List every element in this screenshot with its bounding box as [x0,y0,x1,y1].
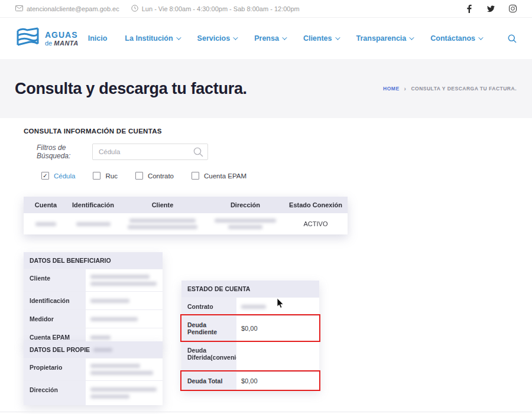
filter-contrato[interactable]: Contrato [135,172,174,180]
breadcrumb-home-link[interactable]: HOME [383,86,400,92]
redacted-value [241,305,266,309]
search-row: Filtros de Búsqueda: [37,144,208,160]
redacted-value [90,299,129,303]
row-label: Contrato [181,298,236,315]
panel-row-contrato: Contrato [181,297,319,315]
redacted-value [90,317,138,321]
breadcrumb: HOME › CONSULTA Y DESCARGA TU FACTURA. [383,86,517,92]
checkbox-checked-icon[interactable] [41,172,49,180]
contact-email-text: atencionalcliente@epam.gob.ec [27,5,119,12]
filter-cedula[interactable]: Cédula [41,172,75,180]
nav-item-prensa[interactable]: Prensa [254,34,286,43]
logo-text: AGUAS de MANTA [45,31,79,47]
opening-hours-text: Lun - Vie 8:00am - 4:30:00pm - Sab 8:00a… [142,5,300,12]
redacted-value [228,225,262,229]
page-title: Consulta y descarga tu factura. [15,80,247,98]
redacted-value [90,364,140,368]
nav-search-icon[interactable] [508,34,517,43]
table-row: ACTIVO [24,213,348,234]
filter-label: Cédula [54,172,75,180]
footer-divider [0,412,532,412]
mouse-cursor-icon [277,298,284,311]
chevron-down-icon [478,35,483,40]
results-table-header: Cuenta Identificación Cliente Dirección … [24,197,348,213]
deuda-diferida-value [236,341,319,371]
envelope-icon [15,5,23,12]
panel-row-cliente: Cliente [24,269,163,291]
panel-row-identificacion: Identificación [24,291,163,309]
twitter-icon[interactable] [487,5,495,12]
search-input[interactable] [92,144,208,160]
panel-row-direccion: Dirección [24,380,163,405]
social-links [465,5,517,12]
row-label: Identificación [24,292,86,309]
redacted-value [90,387,157,392]
row-label: Dirección [24,381,86,405]
nav-item-label: La Institución [125,34,173,43]
results-table: Cuenta Identificación Cliente Dirección … [24,197,348,234]
checkbox-icon[interactable] [93,172,100,180]
page-header: Consulta y descarga tu factura. HOME › C… [0,59,532,118]
filter-checkboxes: Cédula Ruc Contrato Cuenta EPAM [41,172,246,180]
redacted-value [90,282,157,286]
nav-item-label: Inicio [88,34,108,43]
section-title: CONSULTA INFORMACIÓN DE CUENTAS [24,128,162,135]
col-header-estado: Estado Conexión [284,201,348,208]
nav-item-la-institucion[interactable]: La Institución [125,34,179,43]
redacted-value [90,395,129,399]
main-menu: Inicio La Institución Servicios Prensa C… [88,34,517,43]
filter-ruc[interactable]: Ruc [93,172,117,180]
chevron-down-icon [176,35,181,40]
chevron-down-icon [282,35,287,40]
panel-row-deuda-diferida: Deuda Diferida(convenio) [181,341,319,371]
nav-item-servicios[interactable]: Servicios [197,34,237,43]
checkbox-icon[interactable] [192,172,199,180]
panel-row-deuda-pendiente: Deuda Pendiente $0,00 [181,315,319,341]
panel-row-deuda-total: Deuda Total $0,00 [181,371,319,390]
propietario-panel-title: DATOS DEL PROPIE [24,341,163,358]
topbar: atencionalcliente@epam.gob.ec Lun - Vie … [0,0,532,18]
redacted-value [93,348,112,352]
filter-label: Contrato [148,172,174,180]
search-icon[interactable] [193,147,203,159]
redacted-value [128,225,197,229]
redacted-value [215,219,276,223]
filter-cuenta-epam[interactable]: Cuenta EPAM [192,172,246,180]
nav-item-clientes[interactable]: Clientes [303,34,339,43]
checkbox-icon[interactable] [135,172,143,180]
nav-item-label: Servicios [197,34,231,43]
opening-hours: Lun - Vie 8:00am - 4:30:00pm - Sab 8:00a… [131,5,300,13]
estado-cuenta-panel: ESTADO DE CUENTA Contrato Deuda Pendient… [181,281,319,390]
nav-item-label: Prensa [254,34,279,43]
estado-conexion-value: ACTIVO [284,220,348,227]
redacted-value [76,222,111,226]
col-header-identificacion: Identificación [68,201,118,208]
filter-label: Ruc [105,172,117,180]
nav-item-inicio[interactable]: Inicio [88,34,108,43]
instagram-icon[interactable] [509,5,517,12]
breadcrumb-separator-icon: › [404,86,407,92]
main-content: CONSULTA INFORMACIÓN DE CUENTAS Filtros … [0,118,532,414]
logo-de: de [45,40,52,47]
facebook-icon[interactable] [465,5,473,12]
nav-item-label: Clientes [303,34,332,43]
nav-item-transparencia[interactable]: Transparencia [356,34,413,43]
logo[interactable]: AGUAS de MANTA [15,27,79,50]
logo-waves-icon [15,27,40,50]
chevron-down-icon [233,35,238,40]
row-label: Deuda Pendiente [181,316,236,341]
nav-item-label: Transparencia [356,34,407,43]
nav-item-contactanos[interactable]: Contáctanos [430,34,482,43]
estado-cuenta-panel-title: ESTADO DE CUENTA [181,281,319,297]
contact-email[interactable]: atencionalcliente@epam.gob.ec [15,5,119,12]
col-header-cliente: Cliente [118,201,207,208]
filter-label: Cuenta EPAM [204,172,246,180]
col-header-cuenta: Cuenta [24,201,68,208]
redacted-value [90,335,111,340]
clock-icon [131,5,138,13]
breadcrumb-current: CONSULTA Y DESCARGA TU FACTURA. [411,86,517,92]
row-label: Propietario [24,358,86,380]
redacted-value [90,275,150,279]
chevron-down-icon [335,35,340,40]
logo-manta: MANTA [54,40,78,47]
